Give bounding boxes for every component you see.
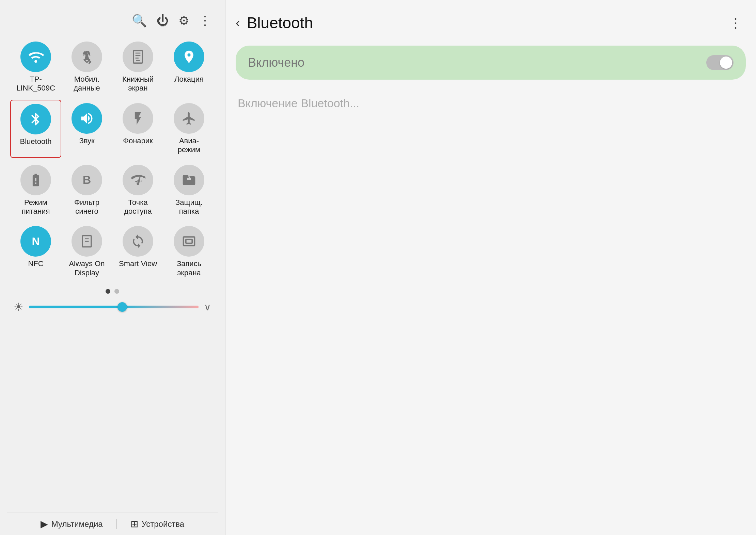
devices-button[interactable]: ⊞ Устройства — [130, 518, 185, 530]
quick-tiles-grid: TP-LINK_509C Мобил.данные — [7, 35, 218, 284]
tile-bluetooth[interactable]: Bluetooth — [10, 100, 61, 158]
screen-record-label: Записьэкрана — [177, 259, 201, 277]
svg-rect-8 — [184, 237, 195, 246]
tile-blue-filter[interactable]: B Фильтрсинего — [61, 161, 112, 220]
bluetooth-icon — [20, 104, 51, 134]
bluetooth-settings-panel: ‹ Bluetooth ⋮ Включено Включение Bluetoo… — [225, 0, 756, 535]
blue-filter-icon: B — [72, 165, 102, 195]
flashlight-icon — [123, 103, 153, 134]
tile-power-mode[interactable]: Режимпитания — [10, 161, 61, 220]
top-bar: 🔍 ⏻ ⚙ ⋮ — [7, 10, 218, 35]
brightness-row: ☀ ∨ — [7, 297, 218, 317]
brightness-slider[interactable] — [29, 306, 199, 308]
media-button[interactable]: ▶ Мультимедиа — [41, 518, 103, 530]
power-mode-label: Режимпитания — [22, 198, 50, 216]
power-mode-icon — [20, 165, 51, 195]
wifi-icon — [20, 42, 51, 72]
bluetooth-label: Bluetooth — [20, 137, 52, 146]
location-icon — [174, 42, 204, 72]
quick-settings-panel: 🔍 ⏻ ⚙ ⋮ TP-LINK_509C — [0, 0, 225, 535]
secure-folder-icon — [174, 165, 204, 195]
airplane-icon — [174, 103, 204, 134]
svg-rect-1 — [133, 51, 142, 63]
nfc-icon: N — [20, 226, 51, 257]
tile-screen-record[interactable]: Записьэкрана — [163, 223, 215, 281]
bluetooth-title: Bluetooth — [247, 14, 313, 32]
tile-reader-mode[interactable]: Книжныйэкран — [112, 38, 163, 96]
hotspot-label: Точкадоступа — [124, 198, 152, 216]
secure-folder-label: Защищ.папка — [175, 198, 203, 216]
bluetooth-toggle[interactable] — [706, 55, 734, 70]
blue-filter-label: Фильтрсинего — [74, 198, 99, 216]
brightness-expand-icon[interactable]: ∨ — [204, 302, 211, 313]
svg-point-0 — [34, 60, 37, 63]
bluetooth-toggle-label: Включено — [248, 55, 304, 70]
tile-secure-folder[interactable]: Защищ.папка — [163, 161, 215, 220]
back-icon[interactable]: ‹ — [236, 16, 240, 30]
media-label: Мультимедиа — [51, 519, 103, 529]
tile-nfc[interactable]: N NFC — [10, 223, 61, 281]
power-icon[interactable]: ⏻ — [157, 14, 169, 28]
mobile-data-label: Мобил.данные — [74, 75, 100, 93]
bottom-separator — [116, 519, 117, 529]
bluetooth-header: ‹ Bluetooth ⋮ — [225, 0, 756, 39]
more-icon[interactable]: ⋮ — [199, 14, 211, 28]
bluetooth-toggle-section: Включено — [236, 46, 746, 80]
airplane-label: Авиа-режим — [178, 136, 200, 155]
devices-label: Устройства — [142, 519, 185, 529]
aod-icon — [72, 226, 102, 257]
tile-location[interactable]: Локация — [163, 38, 215, 96]
tile-aod[interactable]: Always OnDisplay — [61, 223, 112, 281]
tile-wifi[interactable]: TP-LINK_509C — [10, 38, 61, 96]
hotspot-icon — [123, 165, 153, 195]
location-label: Локация — [174, 75, 204, 84]
bottom-bar: ▶ Мультимедиа ⊞ Устройства — [7, 513, 218, 535]
page-indicator — [7, 289, 218, 294]
tile-smart-view[interactable]: Smart View — [112, 223, 163, 281]
screen-record-icon — [174, 226, 204, 257]
brightness-icon: ☀ — [14, 301, 23, 313]
reader-icon — [123, 42, 153, 72]
tile-mobile-data[interactable]: Мобил.данные — [61, 38, 112, 96]
tile-hotspot[interactable]: Точкадоступа — [112, 161, 163, 220]
dot-1 — [106, 289, 110, 294]
tile-flashlight[interactable]: Фонарик — [112, 100, 163, 158]
smart-view-label: Smart View — [119, 259, 157, 268]
sound-label: Звук — [79, 136, 94, 145]
flashlight-label: Фонарик — [123, 136, 153, 145]
brightness-thumb — [117, 302, 127, 312]
bluetooth-status: Включение Bluetooth... — [225, 86, 756, 120]
mobile-data-icon — [72, 42, 102, 72]
header-left: ‹ Bluetooth — [236, 14, 313, 32]
toggle-thumb — [720, 56, 732, 69]
reader-label: Книжныйэкран — [122, 75, 154, 93]
tile-sound[interactable]: Звук — [61, 100, 112, 158]
media-play-icon: ▶ — [41, 518, 48, 530]
settings-icon[interactable]: ⚙ — [178, 14, 189, 28]
wifi-label: TP-LINK_509C — [12, 75, 60, 93]
smart-view-icon — [123, 226, 153, 257]
dot-2 — [114, 289, 119, 294]
svg-rect-9 — [186, 240, 192, 243]
tile-airplane[interactable]: Авиа-режим — [163, 100, 215, 158]
search-icon[interactable]: 🔍 — [132, 14, 147, 28]
nfc-label: NFC — [28, 259, 43, 268]
aod-label: Always OnDisplay — [69, 259, 105, 277]
bluetooth-more-icon[interactable]: ⋮ — [729, 15, 742, 31]
devices-icon: ⊞ — [130, 518, 138, 530]
sound-icon — [72, 103, 102, 134]
